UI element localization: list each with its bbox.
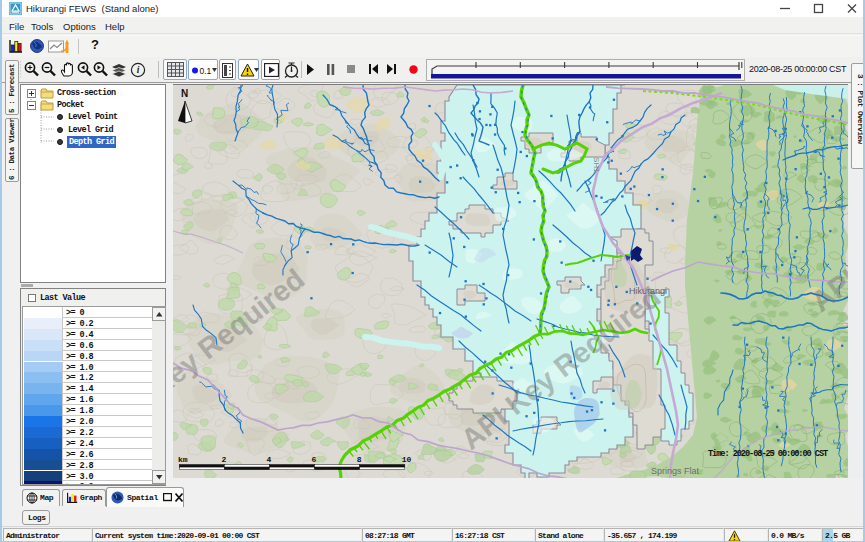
svg-text:2: 2 [221, 455, 226, 464]
svg-text:Time: 2020-08-25 00:00:00 CST: Time: 2020-08-25 00:00:00 CST [708, 449, 828, 459]
svg-text:SH1: SH1 [592, 157, 601, 173]
svg-text:4: 4 [267, 455, 272, 464]
svg-text:0.1: 0.1 [200, 66, 212, 76]
svg-text:10: 10 [402, 455, 412, 464]
svg-text:km: km [178, 455, 188, 464]
svg-text:6: 6 [312, 455, 317, 464]
svg-text:Hikurangi: Hikurangi [629, 286, 667, 296]
svg-text:Springs Flat: Springs Flat [651, 466, 700, 476]
svg-text:i: i [137, 65, 140, 75]
svg-text:N: N [181, 88, 188, 99]
svg-text:8: 8 [357, 455, 362, 464]
